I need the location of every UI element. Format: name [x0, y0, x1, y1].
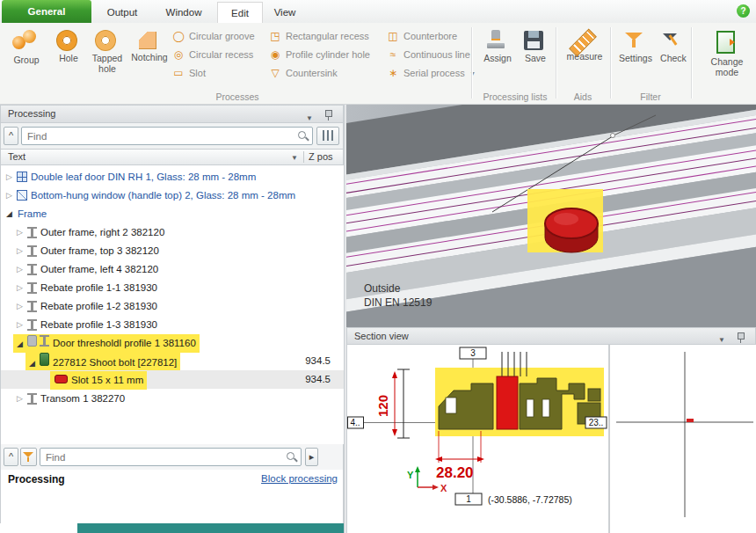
circular-recess-button[interactable]: ◎ Circular recess	[172, 46, 253, 63]
column-filter-icon[interactable]: ▼	[291, 150, 298, 165]
ribbon-tab-bar: General Output Window Edit View ?	[0, 0, 756, 24]
expander-icon[interactable]: ▷	[15, 242, 25, 260]
expander-icon[interactable]: ▷	[4, 186, 14, 205]
expand-search-button[interactable]: ▸	[305, 448, 318, 466]
expander-icon[interactable]: ▷	[15, 279, 25, 297]
tab-view[interactable]: View	[263, 2, 307, 23]
tree-item-transom[interactable]: ▷Transom 1 382270	[1, 389, 345, 407]
assign-button[interactable]: Assign	[476, 26, 515, 96]
tree-item-label: Double leaf door DIN RH 1, Glass: 28 mm …	[31, 168, 256, 186]
tree-item-label: Rebate profile 1-2 381930	[40, 297, 157, 316]
column-chooser-button[interactable]	[316, 127, 339, 145]
profile-cylinder-hole-button[interactable]: ◉ Profile cylinder hole	[269, 46, 370, 63]
hole-button[interactable]: Hole	[49, 26, 84, 96]
filter-button[interactable]	[20, 448, 37, 466]
profile-icon	[27, 319, 37, 331]
collapse-search-button[interactable]: ^	[4, 127, 18, 145]
tree-item-outer-frame-right[interactable]: ▷Outer frame, right 2 382120	[1, 223, 345, 241]
circular-groove-button[interactable]: ◯ Circular groove	[172, 27, 255, 45]
rectangular-recess-label: Rectangular recess	[286, 31, 369, 41]
profile-chamber	[527, 399, 534, 417]
expander-icon[interactable]: ▷	[15, 260, 25, 279]
outside-label: Outside	[364, 282, 400, 295]
search-input[interactable]	[21, 127, 313, 145]
tree-item-rebate-profile-2[interactable]: ▷Rebate profile 1-2 381930	[1, 296, 345, 315]
expander-icon[interactable]: ▷	[4, 168, 14, 186]
tree-item-bottom-hung-window[interactable]: ▷Bottom-hung window (handle top) 2, Glas…	[1, 186, 345, 204]
continuous-line-button[interactable]: ≈ Continuous line	[387, 46, 470, 63]
bottom-search-input[interactable]	[40, 448, 302, 466]
tree-item-label: Transom 1 382270	[40, 390, 125, 408]
tab-output[interactable]: Output	[94, 2, 150, 23]
snap-point[interactable]	[611, 134, 615, 138]
profile-icon	[27, 393, 37, 405]
tree-item-label: Slot 15 x 11 mm	[71, 371, 143, 390]
expander-icon[interactable]: ▷	[15, 297, 25, 316]
check-button[interactable]: Check	[656, 26, 687, 96]
block-processing-link[interactable]: Block processing	[261, 473, 338, 484]
save-button-label: Save	[525, 53, 546, 63]
serial-process-button[interactable]: ∗ Serial process ▾	[387, 64, 475, 82]
slot-highlight[interactable]	[497, 376, 518, 429]
door-icon	[17, 172, 27, 182]
viewport-3d[interactable]: Outside DIN EN 12519	[346, 105, 756, 327]
tree-item-outer-frame-left[interactable]: ▷Outer frame, left 4 382120	[1, 259, 345, 278]
countersink-icon: ▽	[269, 67, 281, 79]
axis-y-label: Y	[407, 470, 414, 480]
change-mode-button[interactable]: Change mode	[698, 26, 752, 96]
tab-edit[interactable]: Edit	[217, 2, 263, 24]
slot-button[interactable]: ▭ Slot	[172, 64, 206, 82]
measure-button[interactable]: measure	[561, 26, 605, 96]
zpos-value: 934.5	[305, 370, 331, 389]
panel-pin-icon[interactable]	[323, 109, 332, 120]
collapse-bottom-button[interactable]: ^	[4, 448, 18, 466]
notching-button[interactable]: Notching	[127, 26, 169, 96]
tree-item-frame[interactable]: ◢Frame	[1, 204, 345, 223]
bottom-panel-title: Processing	[8, 473, 65, 486]
change-mode-door-icon	[716, 31, 735, 54]
profile-icon	[27, 227, 37, 238]
expander-icon[interactable]: ▷	[15, 316, 25, 334]
group-button[interactable]: Group	[4, 26, 46, 96]
counterbore-icon: ◫	[387, 30, 399, 42]
change-mode-button-label: Change mode	[701, 56, 752, 77]
tree-item-rebate-profile-3[interactable]: ▷Rebate profile 1-3 381930	[1, 315, 345, 333]
reference-line	[615, 115, 656, 135]
tree-item-slot-selected[interactable]: Slot 15 x 11 mm 934.5	[1, 370, 345, 389]
slot-icon: ▭	[172, 67, 185, 79]
tree-item-label: Frame	[18, 205, 47, 223]
settings-button[interactable]: Settings	[614, 26, 654, 96]
lock-icon	[27, 335, 37, 347]
tree-item-door-threshold-profile[interactable]: ◢Door thresholdl profile 1 381160	[1, 333, 345, 352]
processing-lists-group-label: Processing lists	[475, 91, 556, 102]
column-text-header[interactable]: Text	[8, 150, 25, 164]
tree-item-shoot-bolt[interactable]: ◢227812 Shoot bolt [227812] 934.5	[1, 352, 345, 370]
tapped-hole-button[interactable]: Tapped hole	[86, 26, 125, 96]
tree-item-rebate-profile-1[interactable]: ▷Rebate profile 1-1 381930	[1, 278, 345, 296]
countersink-button[interactable]: ▽ Countersink	[269, 64, 338, 82]
counterbore-button[interactable]: ◫ Counterbore	[387, 27, 457, 45]
help-icon[interactable]: ?	[737, 4, 750, 18]
expander-icon[interactable]: ▷	[15, 390, 25, 408]
column-separator	[303, 151, 304, 163]
expander-icon[interactable]: ▷	[15, 223, 25, 242]
assign-icon	[485, 29, 506, 50]
tab-general[interactable]: General	[2, 0, 91, 23]
tree-item-label: Rebate profile 1-3 381930	[40, 316, 157, 334]
tab-window[interactable]: Window	[152, 2, 215, 23]
rectangular-recess-button[interactable]: ◳ Rectangular recess	[269, 27, 369, 45]
tree-item-double-leaf-door[interactable]: ▷Double leaf door DIN RH 1, Glass: 28 mm…	[1, 167, 345, 186]
window-icon	[17, 190, 27, 201]
section-pin-icon[interactable]	[736, 332, 745, 343]
countersink-label: Countersink	[286, 68, 338, 78]
column-zpos-header[interactable]: Z pos	[309, 150, 333, 164]
tree-item-outer-frame-top[interactable]: ▷Outer frame, top 3 382120	[1, 241, 345, 259]
save-button[interactable]: Save	[517, 26, 550, 96]
bottom-panel: Processing Block processing	[0, 470, 344, 523]
tapped-hole-button-label: Tapped hole	[90, 53, 125, 74]
expander-icon[interactable]: ◢	[15, 335, 25, 354]
filter-group-label: Filter	[612, 91, 689, 102]
dim-height-text: 120	[375, 395, 390, 417]
expander-icon[interactable]: ◢	[4, 205, 14, 223]
section-view-body[interactable]: 120 28.20 Y X	[346, 345, 756, 533]
